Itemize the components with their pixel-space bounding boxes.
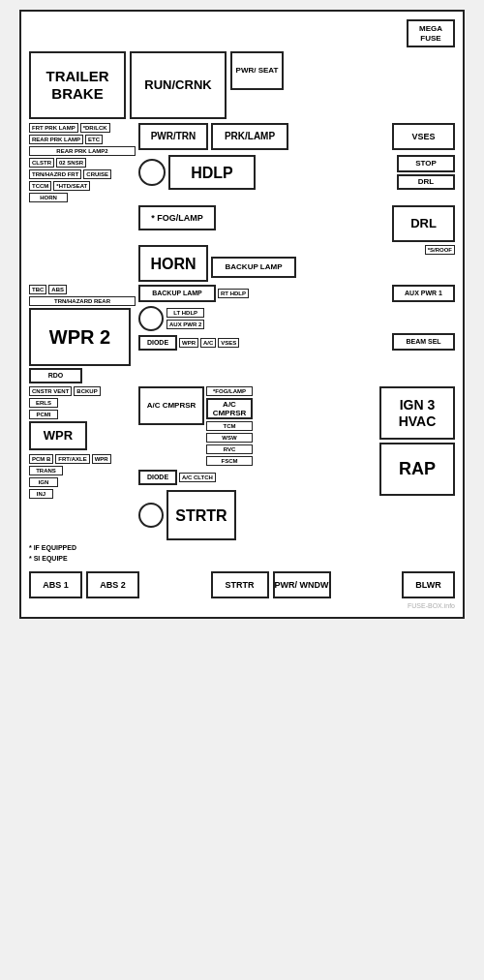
bckup: BCKUP: [74, 386, 100, 396]
ign-label: IGN: [29, 477, 58, 487]
abs2-fuse: ABS 2: [86, 571, 139, 598]
ac-cmprsr-fuse: A/C CMPRSR: [138, 386, 204, 425]
run-crnk-fuse: RUN/CRNK: [130, 51, 227, 119]
dr-lck: *DR/LCK: [80, 123, 110, 133]
diode2-fuse: DIODE: [138, 470, 177, 485]
backup-lamp-fuse: BACKUP LAMP: [211, 257, 296, 278]
fscm: FSCM: [206, 456, 253, 466]
pcm-b: PCM B: [29, 454, 53, 464]
beam-sel-fuse: BEAM SEL: [392, 333, 455, 351]
blwr-fuse: BLWR: [402, 571, 455, 598]
pwr-wndw-fuse: PWR/ WNDW: [273, 571, 331, 598]
tccm: TCCM: [29, 181, 51, 191]
rap-fuse: RAP: [379, 443, 455, 496]
top-section: MEGA FUSE: [29, 19, 455, 47]
ac-cmprsr2-fuse: A/C CMPRSR: [206, 398, 253, 419]
trailer-brake-fuse: TRAILER BRAKE: [29, 51, 126, 119]
fuse-box-diagram: MEGA FUSE TRAILER BRAKE RUN/CRNK PWR/ SE…: [19, 10, 465, 619]
horn-small: HORN: [29, 193, 68, 202]
etc: ETC: [85, 135, 103, 144]
lt-hdlp: LT HDLP: [166, 308, 204, 318]
trn-hazard-rear: TRN/HAZARD REAR: [29, 296, 136, 306]
bottom-row: ABS 1 ABS 2 STRTR PWR/ WNDW BLWR: [29, 571, 455, 598]
notes: * IF EQUIPPED * SI EQUIPE: [29, 543, 455, 564]
diode-fuse: DIODE: [138, 335, 177, 351]
cruise: CRUISE: [83, 169, 111, 179]
circle-mid: [138, 306, 164, 331]
rt-hdlp: RT HDLP: [218, 289, 249, 298]
pwr-seat-fuse: PWR/ SEAT: [230, 51, 284, 90]
wpr-fuse: WPR: [29, 421, 87, 450]
cnstr-vent: CNSTR VENT: [29, 386, 72, 396]
aux-pwr1-fuse: AUX PWR 1: [392, 285, 455, 302]
wsw: WSW: [206, 433, 253, 443]
frt-axle: FRT/AXLE: [55, 454, 89, 464]
drl-large-fuse: DRL: [392, 205, 455, 242]
wpr2-fuse: WPR 2: [29, 308, 131, 366]
strtr-fuse: STRTR: [166, 490, 236, 540]
fog-lamp2: *FOG/LAMP: [206, 386, 253, 396]
ac-cltch: A/C CLTCH: [179, 473, 216, 482]
backup-lamp2: BACKUP LAMP: [138, 285, 216, 302]
trn-hazrd-frt: TRN/HAZRD FRT: [29, 169, 81, 179]
pwr-trn-fuse: PWR/TRN: [138, 123, 208, 150]
watermark: FUSE-BOX.info: [29, 602, 455, 609]
vses2-label: VSES: [218, 338, 239, 348]
htd-seat: *HTD/SEAT: [53, 181, 90, 191]
ac-label: A/C: [200, 338, 216, 348]
pcmi: PCMI: [29, 410, 58, 419]
rear-prk-lamp2: REAR PRK LAMP2: [29, 146, 136, 156]
stop-fuse: STOP: [397, 155, 455, 172]
circle-left: [138, 159, 166, 186]
mega-fuse: MEGA FUSE: [407, 19, 455, 47]
trans: TRANS: [29, 466, 63, 475]
row1: TRAILER BRAKE RUN/CRNK PWR/ SEAT: [29, 51, 455, 119]
sroof-label: *S/ROOF: [425, 245, 455, 255]
horn-fuse: HORN: [138, 245, 208, 282]
clstr: CLSTR: [29, 158, 54, 168]
circle-lower: [138, 503, 164, 528]
erls: ERLS: [29, 398, 58, 408]
abs-small: ABS: [48, 285, 67, 294]
ign3-hvac-fuse: IGN 3 HVAC: [379, 386, 455, 440]
inj: INJ: [29, 489, 53, 499]
prk-lamp-fuse: PRK/LAMP: [211, 123, 288, 150]
rvc: RVC: [206, 444, 253, 454]
abs1-fuse: ABS 1: [29, 571, 82, 598]
wpr-label: WPR: [179, 338, 198, 348]
vses-fuse: VSES: [392, 123, 455, 150]
wpr-lower: WPR: [92, 454, 111, 464]
hdlp-fuse: HDLP: [168, 155, 256, 190]
strtr-bot-fuse: STRTR: [211, 571, 269, 598]
tcm: TCM: [206, 421, 253, 431]
tbc: TBC: [29, 285, 46, 294]
drl-small-fuse: DRL: [397, 174, 455, 190]
rear-prk-lamp: REAR PRK LAMP: [29, 135, 83, 144]
o2-snsr: 02 SNSR: [56, 158, 86, 168]
aux-pwr2: AUX PWR 2: [166, 320, 204, 329]
frt-prk-lamp: FRT PRK LAMP: [29, 123, 78, 133]
rdo-fuse: RDO: [29, 368, 82, 383]
fog-lamp-fuse: * FOG/LAMP: [138, 205, 216, 230]
